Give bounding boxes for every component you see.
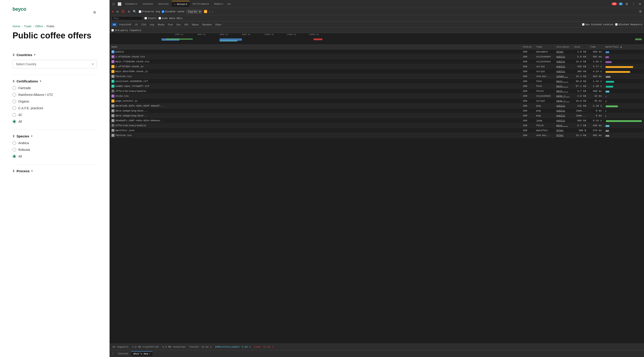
table-row[interactable]: Idata:image/png;base... 200 png public (… [110,108,644,113]
disable-cache-label[interactable]: Disable cache [162,10,184,13]
disable-cache-checkbox[interactable] [162,10,164,13]
type-css[interactable]: CSS [140,23,148,26]
table-row[interactable]: Mmanifest.json 200 manifest Other 508 B … [110,128,644,133]
tab-elements[interactable]: Elements [123,1,140,7]
third-party-label[interactable]: 3rd-party requests [111,29,141,32]
cell-initiator[interactable]: public [554,103,572,108]
settings-icon[interactable]: ⚙ [624,2,629,6]
col-waterfall[interactable]: Waterfall ▲ [604,45,644,49]
breadcrumb-trade[interactable]: Trade [24,24,31,28]
type-wasm[interactable]: Wasm [190,23,200,26]
search-button[interactable]: 🔍 [132,9,137,13]
table-row[interactable]: Dpublic 200 document Other 1.8 kB 603 ms [110,49,644,54]
table-row[interactable]: Idata:image/png;base... 200 png public (… [110,113,644,118]
cert-all-radio[interactable] [12,120,16,123]
cell-initiator[interactable]: page.j... [554,98,572,103]
type-fetch-xhr[interactable]: Fetch/XHR [118,23,133,26]
table-row[interactable]: I9bc871d0-63fe-429c-929f-49a1bf... 200 p… [110,103,644,108]
type-ws[interactable]: WS [183,23,190,26]
col-status[interactable]: Status [521,45,534,49]
table-row[interactable]: Jpage_context.js 200 script page.j... 10… [110,98,644,103]
species-robusta[interactable]: Robusta [12,148,97,151]
blocked-requests-label[interactable]: Blocked Requests [615,23,642,26]
cell-initiator[interactable]: main.... [554,123,572,128]
has-blocked-cookies-label[interactable]: Has blocked cookies [582,23,613,26]
cert-organic[interactable]: Organic [12,100,97,103]
invert-label[interactable]: Invert [144,17,157,20]
species-arabica-radio[interactable] [12,141,16,145]
col-initiator[interactable]: Initiator [554,45,572,49]
cell-initiator[interactable]: public [554,59,572,64]
cert-cafe[interactable]: C.A.F.E. practices [12,106,97,110]
stop-recording-button[interactable]: ⊘ [116,9,119,13]
blocked-requests-checkbox[interactable] [615,23,618,26]
third-party-checkbox[interactable] [111,29,114,31]
table-row[interactable]: Ifavicon.ico 200 vnd.mic... inpag... 15.… [110,74,644,79]
cell-initiator[interactable]: Other [554,133,572,138]
col-type[interactable]: Type [534,45,554,49]
species-arabica[interactable]: Arabica [12,141,97,145]
cell-initiator[interactable]: main.... [554,89,572,94]
preserve-log-label[interactable]: Preserve log [139,10,160,13]
device-icon[interactable]: ⬜ [117,2,122,6]
cell-initiator[interactable]: page.j... [554,94,572,98]
type-all[interactable]: All [111,23,117,26]
close-devtools-button[interactable]: ✕ [638,2,642,6]
table-row[interactable]: Jmain.85ce7b96.chunk.js 200 script publi… [110,69,644,74]
preserve-log-checkbox[interactable] [139,10,141,13]
table-row[interactable]: foffers?privacy=public 200 fetch main...… [110,89,644,94]
species-all-radio[interactable] [12,155,16,158]
hamburger-menu[interactable]: ≡ [92,9,97,15]
cert-rainforest-radio[interactable] [12,93,16,96]
process-filter-header[interactable]: ⊻ Process ▾ [12,169,97,173]
tab-performance[interactable]: Performance [190,1,211,7]
invert-checkbox[interactable] [144,17,147,19]
col-name[interactable]: Name [110,45,521,49]
bottom-tab-whats-new[interactable]: What's New ✕ [131,351,152,356]
bottom-tab-console[interactable]: Console [116,352,130,356]
close-whats-new-tab[interactable]: ✕ [149,353,150,355]
bottom-more-icon[interactable]: ⋮ [111,352,114,356]
cert-organic-radio[interactable] [12,100,16,103]
cert-fairtrade[interactable]: Fairtrade [12,86,97,90]
filter-button[interactable]: ⊘ [127,9,130,13]
tab-memory[interactable]: Memory [212,1,226,7]
cert-4c[interactable]: 4C [12,113,97,117]
cert-all[interactable]: All [12,120,97,123]
type-manifest[interactable]: Manifest [201,23,213,26]
has-blocked-cookies-checkbox[interactable] [582,23,584,26]
tab-console[interactable]: Console [140,1,155,7]
upload-icon[interactable]: ↑ [208,9,211,13]
table-row[interactable]: J2.ef7d7584.chunk.js 200 script public 4… [110,64,644,69]
type-js[interactable]: JS [133,23,139,26]
table-row[interactable]: Cmain.77350189.chunk.css 200 stylesheet … [110,59,644,64]
network-table-container[interactable]: Name Status Type Initiator Size Time Wat… [110,45,644,344]
cell-initiator[interactable]: public [554,64,572,69]
cert-fairtrade-radio[interactable] [12,86,16,90]
cert-cafe-radio[interactable] [12,106,16,110]
species-robusta-radio[interactable] [12,148,16,151]
cell-initiator[interactable]: public [554,108,572,113]
type-media[interactable]: Media [156,23,166,26]
table-row[interactable]: C2.d752d1ae.chunk.css 200 stylesheet pub… [110,54,644,59]
type-img[interactable]: Img [148,23,156,26]
tab-sources[interactable]: Sources [156,1,171,7]
more-tabs-button[interactable]: >> [226,2,232,6]
cell-initiator[interactable]: main.... [554,79,572,84]
type-other[interactable]: Other [214,23,223,26]
cell-initiator[interactable]: main.... [554,84,572,89]
settings-gear-icon[interactable]: ⚙ [639,9,642,13]
cell-initiator[interactable]: Other [554,128,572,133]
col-time[interactable]: Time [588,45,604,49]
table-row[interactable]: foffers?privacy=public 200 fetch main...… [110,123,644,128]
table-row[interactable]: Ifavicon.ico 200 vnd.mic... Other 15.3 k… [110,133,644,138]
certifications-filter-header[interactable]: ⊻ Certifications ▾ [12,79,97,83]
cell-initiator[interactable]: inpag... [554,74,572,79]
cell-initiator[interactable]: public [554,69,572,74]
type-font[interactable]: Font [166,23,174,26]
record-button[interactable]: ● [111,9,114,13]
hide-data-urls-label[interactable]: Hide data URLs [158,17,182,20]
breadcrumb-offers[interactable]: Offers [35,24,43,28]
col-size[interactable]: Size [572,45,588,49]
cell-initiator[interactable]: Other [554,49,572,54]
